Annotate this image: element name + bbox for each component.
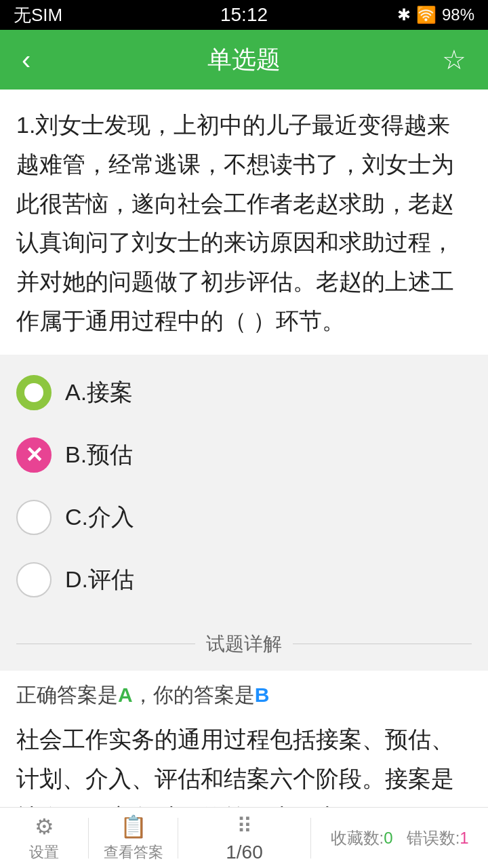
status-icons: ✱ 🛜 98%	[397, 5, 474, 24]
section-divider: 试题详解	[0, 618, 488, 671]
favorite-button[interactable]: ☆	[436, 39, 472, 81]
option-d-radio	[16, 562, 52, 597]
status-bar: 无SIM 15:12 ✱ 🛜 98%	[0, 0, 488, 30]
collect-count: 0	[384, 829, 392, 847]
question-content: 1.刘女士发现，上初中的儿子最近变得越来越难管，经常逃课，不想读书了，刘女士为此…	[0, 90, 488, 355]
divider-line-left	[16, 644, 195, 644]
bluetooth-icon: ✱	[397, 5, 411, 24]
battery-label: 98%	[442, 5, 474, 24]
page-title: 单选题	[207, 43, 281, 77]
grid-icon: ⠿	[237, 813, 252, 839]
header: ‹ 单选题 ☆	[0, 30, 488, 90]
settings-icon: ⚙	[35, 814, 54, 840]
option-a-radio	[16, 375, 52, 410]
error-count: 1	[460, 829, 468, 847]
collect-label: 收藏数:0 错误数:1	[331, 827, 469, 849]
back-button[interactable]: ‹	[16, 39, 36, 81]
option-a-label: A.接案	[65, 377, 133, 408]
carrier-label: 无SIM	[14, 3, 62, 27]
time-label: 15:12	[220, 4, 268, 26]
option-c[interactable]: C.介入	[0, 486, 488, 549]
wifi-icon: 🛜	[416, 5, 436, 24]
your-answer: B	[255, 684, 270, 706]
question-body: 刘女士发现，上初中的儿子最近变得越来越难管，经常逃课，不想读书了，刘女士为此很苦…	[16, 112, 454, 334]
view-answer-nav-item[interactable]: 📋 查看答案	[89, 808, 177, 868]
option-c-label: C.介入	[65, 502, 134, 533]
answer-icon: 📋	[120, 814, 147, 840]
settings-label: 设置	[29, 842, 59, 863]
option-b[interactable]: ✕ B.预估	[0, 424, 488, 486]
settings-nav-item[interactable]: ⚙ 设置	[0, 808, 88, 868]
question-text: 1.刘女士发现，上初中的儿子最近变得越来越难管，经常逃课，不想读书了，刘女士为此…	[16, 106, 472, 355]
progress-label: 1/60	[226, 842, 263, 863]
option-d[interactable]: D.评估	[0, 549, 488, 611]
answer-prefix: 正确答案是	[16, 684, 118, 706]
progress-nav-item[interactable]: ⠿ 1/60	[178, 813, 311, 863]
option-b-radio: ✕	[16, 437, 52, 473]
view-answer-label: 查看答案	[104, 842, 163, 863]
answer-line: 正确答案是A，你的答案是B	[16, 682, 472, 709]
correct-answer: A	[118, 684, 133, 706]
option-d-label: D.评估	[65, 564, 134, 595]
divider-line-right	[293, 644, 472, 644]
stats-nav-item: 收藏数:0 错误数:1	[311, 827, 488, 849]
question-number: 1.	[16, 112, 35, 138]
option-b-label: B.预估	[65, 439, 133, 471]
answer-separator: ，你的答案是	[133, 684, 255, 706]
option-a[interactable]: A.接案	[0, 361, 488, 424]
options-area: A.接案 ✕ B.预估 C.介入 D.评估	[0, 355, 488, 618]
bottom-nav: ⚙ 设置 📋 查看答案 ⠿ 1/60 收藏数:0 错误数:1	[0, 807, 488, 868]
option-c-radio	[16, 500, 52, 535]
section-title: 试题详解	[206, 631, 282, 657]
